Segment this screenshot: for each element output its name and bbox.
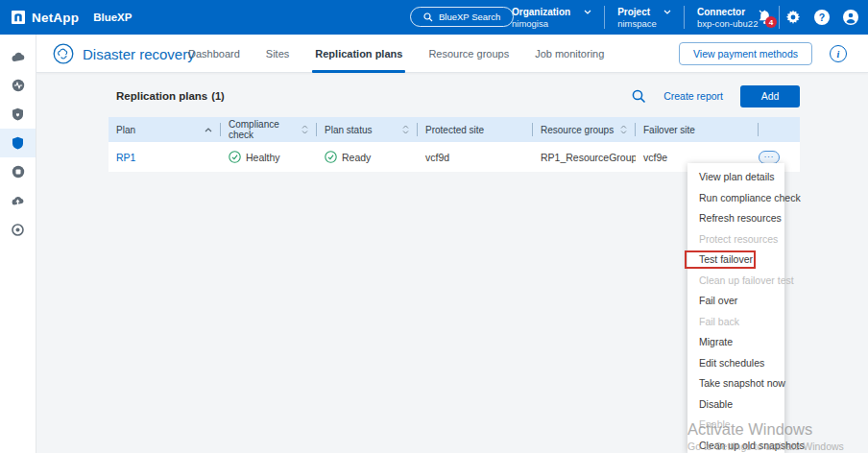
sidebar-item-observability[interactable] bbox=[0, 71, 36, 100]
section-title: Replication plans bbox=[116, 90, 207, 102]
help-icon: ? bbox=[814, 10, 830, 25]
ring-dot-icon bbox=[12, 224, 24, 236]
row-actions-menu: View plan details Run compliance check R… bbox=[687, 163, 784, 453]
sidebar-item-protection-active[interactable] bbox=[0, 129, 36, 157]
help-button[interactable]: ? bbox=[814, 10, 830, 25]
circle-box-icon bbox=[12, 165, 25, 179]
column-header-plan[interactable]: Plan bbox=[108, 117, 221, 142]
tab-dashboard[interactable]: Dashboard bbox=[188, 35, 240, 73]
sort-icon[interactable] bbox=[402, 125, 409, 134]
column-label: Compliance check bbox=[229, 119, 296, 140]
menu-item-protect-resources: Protect resources bbox=[687, 229, 784, 250]
table-search-button[interactable] bbox=[632, 89, 646, 104]
column-header-actions bbox=[759, 117, 800, 142]
organization-selector[interactable]: Organization nimogisa bbox=[499, 7, 604, 29]
connector-label: Connector bbox=[697, 7, 745, 17]
brand-name: NetApp bbox=[32, 11, 79, 25]
info-icon[interactable]: i bbox=[830, 45, 847, 62]
notifications-button[interactable]: 4 bbox=[758, 10, 772, 25]
menu-item-edit-schedules[interactable]: Edit schedules bbox=[687, 353, 784, 374]
project-selector[interactable]: Project nimspace bbox=[605, 7, 684, 29]
page-tabs: Dashboard Sites Replication plans Resour… bbox=[188, 35, 604, 73]
search-icon bbox=[423, 12, 433, 22]
shield-icon bbox=[12, 136, 24, 150]
project-label: Project bbox=[617, 7, 650, 17]
settings-button[interactable] bbox=[785, 10, 801, 25]
organization-label: Organization bbox=[512, 7, 570, 17]
sidebar-item-extensions[interactable] bbox=[0, 215, 36, 244]
column-label: Plan status bbox=[325, 125, 372, 135]
menu-item-take-snapshot-now[interactable]: Take snapshot now bbox=[687, 373, 784, 394]
menu-item-view-plan-details[interactable]: View plan details bbox=[687, 167, 784, 188]
sidebar-item-mobility[interactable] bbox=[0, 186, 36, 215]
menu-item-enable: Enable bbox=[687, 415, 784, 436]
cloud-icon bbox=[11, 52, 26, 62]
context-selectors: Organization nimogisa Project nimspace C… bbox=[499, 0, 780, 35]
tab-sites[interactable]: Sites bbox=[266, 35, 289, 73]
menu-item-run-compliance-check[interactable]: Run compliance check bbox=[687, 188, 784, 209]
sidebar-item-storage[interactable] bbox=[0, 157, 36, 186]
chevron-down-icon bbox=[584, 10, 591, 14]
column-header-plan-status[interactable]: Plan status bbox=[317, 117, 418, 142]
plan-status-text: Ready bbox=[342, 152, 371, 163]
column-label: Protected site bbox=[425, 125, 484, 135]
gear-icon bbox=[785, 10, 801, 25]
user-icon bbox=[843, 10, 858, 25]
resource-groups-text: RP1_ResourceGroup1 bbox=[541, 152, 636, 163]
column-label: Resource groups bbox=[541, 125, 614, 135]
tab-replication-plans[interactable]: Replication plans bbox=[315, 35, 402, 73]
column-header-resource-groups[interactable]: Resource groups bbox=[533, 117, 636, 142]
pulse-circle-icon bbox=[12, 79, 25, 92]
table-header-row: Plan Compliance check Plan status bbox=[108, 117, 800, 142]
sidebar-item-health[interactable] bbox=[0, 100, 36, 129]
notification-badge: 4 bbox=[765, 16, 777, 28]
add-button[interactable]: Add bbox=[740, 85, 800, 107]
view-payment-methods-button[interactable]: View payment methods bbox=[679, 42, 812, 65]
menu-item-clean-up-failover-test: Clean up failover test bbox=[687, 271, 784, 292]
section-count: (1) bbox=[211, 90, 224, 102]
search-label: BlueXP Search bbox=[439, 12, 500, 22]
cloud-arrow-icon bbox=[11, 195, 25, 206]
failover-site-text: vcf9e bbox=[643, 152, 667, 163]
menu-item-migrate[interactable]: Migrate bbox=[687, 332, 784, 353]
section-toolbar: Replication plans (1) Create report Add bbox=[108, 84, 800, 107]
menu-item-refresh-resources[interactable]: Refresh resources bbox=[687, 208, 784, 229]
sort-icon[interactable] bbox=[301, 125, 308, 134]
left-sidebar bbox=[0, 35, 36, 453]
product-name: BlueXP bbox=[93, 12, 132, 23]
protected-site-text: vcf9d bbox=[425, 152, 449, 163]
sort-ascending-icon[interactable] bbox=[205, 128, 212, 132]
page-title: Disaster recovery bbox=[83, 46, 195, 62]
menu-item-fail-over[interactable]: Fail over bbox=[687, 291, 784, 312]
tab-job-monitoring[interactable]: Job monitoring bbox=[535, 35, 604, 73]
column-header-compliance-check[interactable]: Compliance check bbox=[221, 117, 317, 142]
menu-item-clean-up-old-snapshots[interactable]: Clean up old snapshots bbox=[687, 436, 784, 453]
top-icons-group: 4 ? bbox=[758, 0, 858, 35]
row-actions-ellipsis-button[interactable]: ... bbox=[759, 151, 780, 164]
column-header-failover-site[interactable]: Failover site bbox=[636, 117, 759, 142]
brand-group: NetApp BlueXP bbox=[12, 0, 132, 35]
project-value: nimspace bbox=[617, 18, 671, 29]
tab-resource-groups[interactable]: Resource groups bbox=[428, 35, 509, 73]
menu-item-test-failover[interactable]: Test failover bbox=[687, 250, 784, 271]
top-header-bar: NetApp BlueXP BlueXP Search Organization… bbox=[0, 0, 868, 35]
sidebar-item-storage-cloud[interactable] bbox=[0, 42, 36, 71]
netapp-logo-icon bbox=[12, 11, 25, 24]
ready-check-icon bbox=[325, 151, 337, 163]
column-label: Plan bbox=[116, 125, 135, 135]
compliance-status-text: Healthy bbox=[246, 152, 280, 163]
shield-heart-icon bbox=[12, 107, 24, 121]
user-account-button[interactable] bbox=[843, 10, 858, 25]
create-report-link[interactable]: Create report bbox=[663, 90, 723, 102]
menu-item-fail-back: Fail back bbox=[687, 312, 784, 333]
page-header: Disaster recovery Dashboard Sites Replic… bbox=[36, 35, 868, 73]
disaster-recovery-icon bbox=[53, 43, 74, 64]
healthy-check-icon bbox=[229, 151, 241, 163]
column-label: Failover site bbox=[643, 125, 695, 135]
column-header-protected-site[interactable]: Protected site bbox=[418, 117, 533, 142]
menu-item-disable[interactable]: Disable bbox=[687, 394, 784, 416]
sort-icon[interactable] bbox=[620, 125, 627, 134]
organization-value: nimogisa bbox=[512, 18, 591, 29]
plan-name-link[interactable]: RP1 bbox=[116, 152, 135, 163]
chevron-down-icon bbox=[663, 10, 671, 14]
